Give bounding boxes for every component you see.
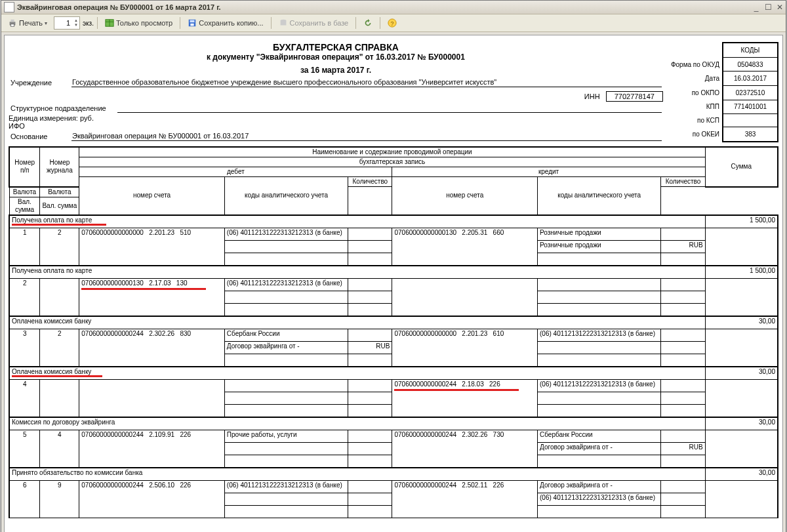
credit-cur	[661, 480, 705, 493]
codes-head: КОДЫ	[723, 43, 778, 57]
debit-cur	[348, 430, 392, 442]
view-only-button[interactable]: Только просмотр	[101, 16, 176, 30]
row-journal	[40, 379, 79, 417]
debit-account: 07060000000000244 2.109.91 226	[79, 430, 225, 468]
debit-account: 07060000000000000 2.201.23 510	[79, 228, 225, 266]
credit-val	[661, 455, 705, 468]
db-icon	[279, 18, 288, 28]
credit-analytic	[538, 392, 661, 404]
credit-account	[392, 278, 538, 316]
credit-analytic: Розничные продажи	[538, 228, 661, 240]
report-page: БУХГАЛТЕРСКАЯ СПРАВКА к документу "Эквай…	[4, 35, 783, 532]
table-icon	[105, 18, 114, 28]
section-title: Принято обязательство по комиссии банка	[12, 469, 142, 476]
toolbar: Печать ▾ ▲▼ экз. Только просмотр Сохрани…	[1, 14, 786, 32]
view-only-label: Только просмотр	[116, 19, 172, 27]
row-sum	[705, 329, 778, 367]
print-button[interactable]: Печать ▾	[4, 16, 51, 30]
credit-analytic	[538, 303, 661, 316]
credit-account: 07060000000000244 2.502.11 226	[392, 480, 538, 518]
copies-input[interactable]	[54, 18, 71, 28]
credit-analytic	[538, 455, 661, 468]
save-db-label: Сохранить в базе	[290, 19, 349, 27]
section-title: Получена оплата по карте	[12, 216, 92, 224]
credit-val: RUB	[661, 240, 705, 253]
debit-val	[348, 404, 392, 417]
credit-analytic	[538, 341, 661, 354]
section-sum: 30,00	[705, 417, 778, 430]
inn-label: ИНН	[584, 92, 600, 100]
credit-analytic: Сбербанк России	[538, 430, 661, 442]
separator	[380, 17, 380, 29]
row-journal: 2	[40, 228, 79, 266]
debit-val	[348, 505, 392, 518]
debit-analytic	[224, 455, 348, 468]
copies-suffix: экз.	[83, 20, 94, 27]
debit-val: RUB	[348, 341, 392, 354]
close-button[interactable]: ✕	[774, 1, 786, 13]
report-subtitle: к документу "Эквайринговая операция" от …	[9, 52, 663, 62]
debit-val	[348, 291, 392, 303]
credit-val	[661, 392, 705, 404]
minimize-button[interactable]: _	[750, 1, 762, 13]
debit-analytic	[224, 392, 348, 404]
row-no: 6	[9, 480, 40, 518]
debit-val	[348, 442, 392, 455]
separator	[355, 17, 356, 29]
debit-analytic	[224, 404, 348, 417]
report-period: за 16 марта 2017 г.	[9, 66, 663, 75]
credit-val	[661, 505, 705, 518]
print-label: Печать	[19, 19, 43, 27]
spin-down-icon[interactable]: ▼	[73, 23, 79, 28]
save-db-button[interactable]: Сохранить в базе	[275, 16, 353, 30]
debit-val	[348, 493, 392, 505]
unit-label: Единица измерения: руб.	[9, 114, 663, 122]
debit-analytic: Сбербанк России	[224, 329, 348, 341]
separator	[180, 17, 180, 29]
debit-analytic: Договор эквайринга от -	[224, 341, 348, 354]
debit-val	[348, 354, 392, 367]
debit-val	[348, 253, 392, 266]
refresh-icon	[363, 18, 373, 28]
debit-analytic	[224, 493, 348, 505]
debit-analytic	[224, 240, 348, 253]
org-label: Учреждение	[10, 77, 70, 87]
credit-analytic: Договор эквайринга от -	[538, 442, 661, 455]
row-journal	[40, 278, 79, 316]
section-title: Оплачена комиссия банку	[12, 368, 91, 375]
printer-icon	[8, 18, 17, 28]
copies-spinner[interactable]: ▲▼	[54, 16, 80, 30]
debit-cur	[348, 480, 392, 493]
inn-value: 7702778147	[606, 91, 663, 102]
debit-analytic: (06) 40112131222313212313 (в банке)	[224, 480, 348, 493]
entries-table: Номер п/п Номер журнала Наименование и с…	[9, 146, 778, 518]
svg-rect-10	[280, 21, 286, 26]
row-no: 1	[9, 228, 40, 266]
section-title: Оплачена комиссия банку	[12, 317, 91, 325]
help-button[interactable]: ?	[384, 16, 401, 30]
row-no: 4	[9, 379, 40, 417]
credit-val	[661, 341, 705, 354]
basis-value: Эквайринговая операция № БУ000001 от 16.…	[71, 131, 662, 141]
debit-analytic	[224, 379, 348, 392]
row-sum	[705, 228, 778, 266]
debit-account	[79, 379, 225, 417]
row-no: 2	[9, 278, 40, 316]
save-copy-button[interactable]: Сохранить копию...	[184, 16, 267, 30]
codes-box: КОДЫ Форма по ОКУД0504833 Дата16.03.2017…	[667, 42, 778, 142]
dropdown-icon: ▾	[45, 20, 47, 26]
section-sum: 30,00	[705, 468, 778, 481]
titlebar: Эквайринговая операция № БУ000001 от 16 …	[1, 1, 786, 14]
maximize-button[interactable]: ☐	[762, 1, 774, 13]
row-sum	[705, 379, 778, 417]
window: Эквайринговая операция № БУ000001 от 16 …	[1, 0, 786, 532]
credit-cur	[661, 228, 705, 240]
svg-rect-7	[190, 20, 195, 23]
row-sum	[705, 278, 778, 316]
row-journal: 2	[40, 329, 79, 367]
debit-val	[348, 392, 392, 404]
credit-val: RUB	[661, 442, 705, 455]
debit-val	[348, 240, 392, 253]
spin-up-icon[interactable]: ▲	[73, 18, 79, 23]
refresh-button[interactable]	[359, 16, 376, 30]
